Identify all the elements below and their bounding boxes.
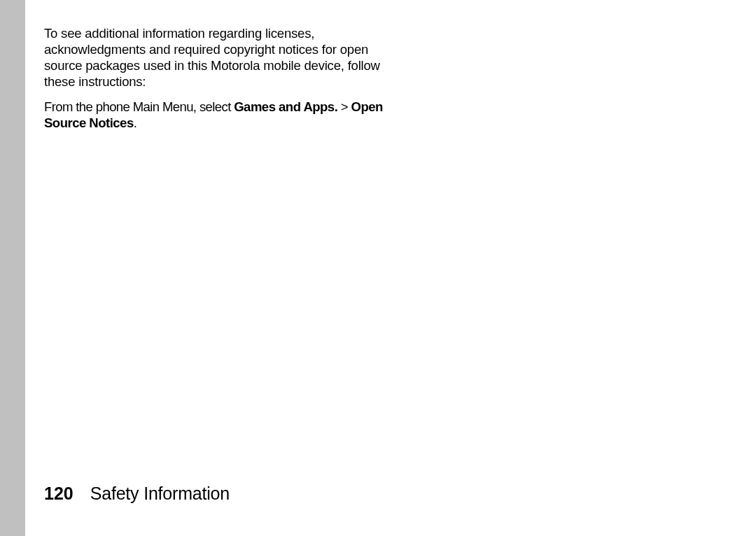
intro-paragraph: To see additional information regarding …: [44, 25, 408, 90]
main-content: To see additional information regarding …: [44, 25, 408, 131]
section-title: Safety Information: [90, 484, 230, 504]
page-footer: 120 Safety Information: [44, 484, 230, 504]
menu-separator: >: [337, 99, 351, 114]
page-number: 120: [44, 484, 74, 504]
menu-path-1: Games and Apps.: [234, 99, 337, 114]
instruction-suffix: .: [134, 115, 137, 130]
instruction-prefix: From the phone Main Menu, select: [44, 99, 234, 114]
instruction-paragraph: From the phone Main Menu, select Games a…: [44, 99, 408, 131]
left-margin-bar: [0, 0, 25, 536]
